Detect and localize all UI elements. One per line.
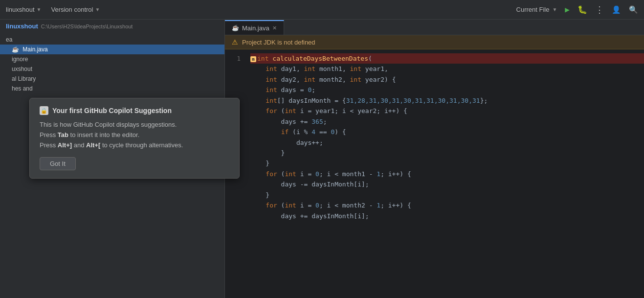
copilot-line2-prefix: Press: [40, 131, 58, 138]
java-tab-icon: ☕: [232, 24, 239, 31]
project-name: linuxshout: [6, 23, 38, 30]
copilot-line3-suffix: to cycle through alternatives.: [100, 141, 183, 149]
copilot-line3-and: and: [72, 141, 86, 149]
close-tab-icon[interactable]: ✕: [272, 25, 277, 31]
tree-item-mainjava[interactable]: ☕ Main.java: [0, 45, 224, 54]
copilot-line3: Press Alt+] and Alt+[ to cycle through a…: [40, 140, 229, 151]
code-line-7: days += 365;: [250, 116, 644, 127]
top-bar-left: linuxshout ▼ Version control ▼: [6, 6, 100, 13]
tree-item-label: Main.java: [22, 46, 47, 53]
code-line-4: int days = 0;: [250, 85, 644, 95]
copilot-line1: This is how GitHub Copilot displays sugg…: [40, 120, 229, 130]
code-line-14: }: [250, 190, 644, 200]
code-line-5: int[] daysInMonth = {31,28,31,30,31,30,3…: [250, 95, 644, 106]
editor-area: ☕ Main.java ✕ ⚠ Project JDK is not defin…: [225, 20, 644, 298]
code-line-13: days -= daysInMonth[i];: [250, 179, 644, 189]
tree-item-hesand[interactable]: hes and: [0, 84, 224, 93]
top-bar: linuxshout ▼ Version control ▼ Current F…: [0, 0, 644, 20]
tree-item-label: ea: [6, 36, 12, 43]
code-line-1: mint calculateDaysBetweenDates(: [250, 53, 644, 64]
warning-icon: ⚠: [232, 38, 238, 46]
code-line-11: }: [250, 158, 644, 168]
code-line-10: }: [250, 148, 644, 158]
tree-item-ignore[interactable]: ignore: [0, 54, 224, 64]
project-label: linuxshout: [6, 6, 35, 13]
add-user-button[interactable]: 👤: [612, 5, 621, 14]
copilot-alt-left-key: Alt+[: [86, 141, 100, 149]
warning-text: Project JDK is not defined: [242, 39, 315, 46]
copilot-alt-right-key: Alt+]: [58, 141, 72, 149]
main-layout: linuxshout C:\Users\H2S\IdeaProjects\Lin…: [0, 20, 644, 298]
sidebar-header: linuxshout C:\Users\H2S\IdeaProjects\Lin…: [0, 20, 224, 33]
copilot-tab-key: Tab: [58, 131, 68, 138]
copilot-line2: Press Tab to insert it into the editor.: [40, 130, 229, 140]
tab-bar: ☕ Main.java ✕: [225, 20, 644, 35]
copilot-line3-prefix: Press: [40, 141, 58, 149]
run-config-selector[interactable]: Current File ▼: [516, 6, 557, 13]
vcs-label: Version control: [51, 6, 93, 13]
code-line-2: int day1, int month1, int year1,: [250, 64, 644, 74]
tree-item-label: ignore: [12, 56, 28, 63]
tree-item-ea[interactable]: ea: [0, 35, 224, 45]
java-file-icon: ☕: [12, 46, 19, 53]
run-config-chevron-icon: ▼: [552, 7, 557, 12]
kw-int: int: [257, 55, 268, 62]
code-area: 1 mint calculateDaysBetweenDates( int da…: [225, 49, 644, 298]
line-num-1: 1: [225, 53, 241, 64]
code-line-3: int day2, int month2, int year2) {: [250, 74, 644, 85]
project-chevron-icon: ▼: [37, 7, 42, 12]
code-line-9: days++;: [250, 138, 644, 148]
copilot-line2-suffix: to insert it into the editor.: [68, 131, 139, 138]
warning-bar: ⚠ Project JDK is not defined: [225, 35, 644, 49]
sidebar: linuxshout C:\Users\H2S\IdeaProjects\Lin…: [0, 20, 225, 298]
search-button[interactable]: 🔍: [629, 5, 638, 14]
vcs-chevron-icon: ▼: [95, 7, 100, 12]
code-line-15: for (int i = 0; i < month2 - 1; i++) {: [250, 200, 644, 210]
code-content[interactable]: mint calculateDaysBetweenDates( int day1…: [244, 49, 644, 298]
tree-item-label: al Library: [12, 75, 36, 82]
got-it-button[interactable]: Got It: [40, 157, 76, 170]
debug-button[interactable]: 🐛: [577, 5, 587, 14]
tree-item-label: uxshout: [12, 66, 32, 72]
top-bar-right: Current File ▼ ▶ 🐛 ⋮ 👤 🔍: [516, 4, 638, 15]
tree-item-uxshout[interactable]: uxshout: [0, 64, 224, 74]
tree-item-label: hes and: [12, 85, 33, 92]
copilot-body: This is how GitHub Copilot displays sugg…: [40, 120, 229, 150]
code-line-8: if (i % 4 == 0) {: [250, 127, 644, 137]
copilot-icon: 🔒: [40, 106, 48, 115]
tree-item-allibrary[interactable]: al Library: [0, 74, 224, 84]
more-options-button[interactable]: ⋮: [595, 4, 604, 15]
copilot-popup: 🔒 Your first GitHub Copilot Suggestion T…: [29, 98, 240, 179]
code-line-6: for (int i = year1; i < year2; i++) {: [250, 106, 644, 116]
code-line-12: for (int i = 0; i < month1 - 1; i++) {: [250, 169, 644, 179]
tab-label: Main.java: [242, 24, 269, 32]
fn-name: calculateDaysBetweenDates: [272, 55, 368, 62]
vcs-menu[interactable]: Version control ▼: [51, 6, 100, 13]
project-path: C:\Users\H2S\IdeaProjects\Linuxshout: [41, 23, 133, 29]
paren: (: [368, 55, 372, 62]
code-line-16: days += daysInMonth[i];: [250, 211, 644, 221]
method-icon: m: [250, 56, 256, 62]
run-button[interactable]: ▶: [565, 5, 570, 14]
copilot-popup-header: 🔒 Your first GitHub Copilot Suggestion: [40, 106, 229, 115]
copilot-title: Your first GitHub Copilot Suggestion: [52, 107, 172, 115]
project-menu[interactable]: linuxshout ▼: [6, 6, 41, 13]
run-config-label: Current File: [516, 6, 550, 13]
main-java-tab[interactable]: ☕ Main.java ✕: [225, 20, 284, 35]
